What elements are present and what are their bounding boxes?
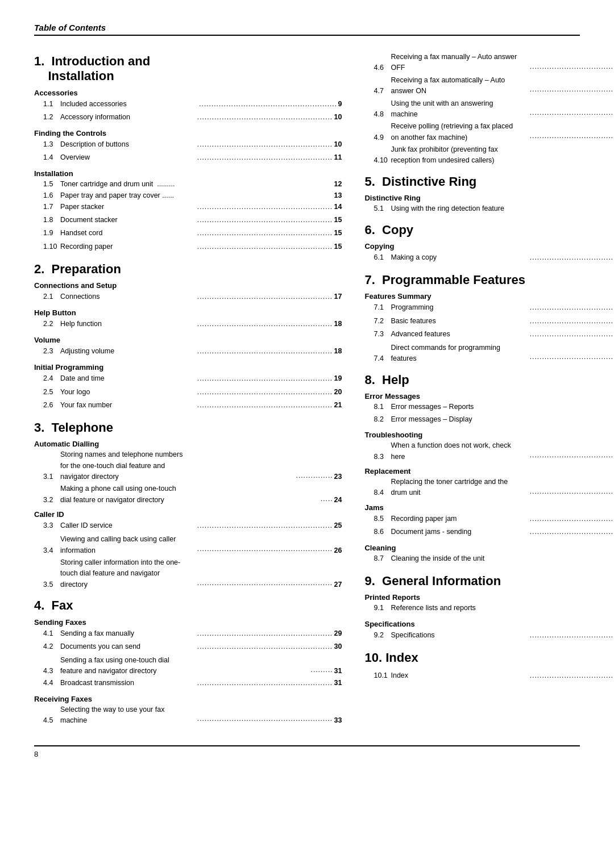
entry-8-3: 8.3 When a function does not work, check… <box>364 440 614 462</box>
page-header: Table of Contents <box>34 23 580 36</box>
page-number: 8 <box>34 750 38 758</box>
section-2-title: 2. Preparation <box>34 262 342 277</box>
subsection-finding-controls: Finding the Controls <box>34 129 342 137</box>
subsection-printed-reports: Printed Reports <box>364 593 614 602</box>
subsection-distinctive-ring: Distinctive Ring <box>364 194 614 202</box>
subsection-initial-programming: Initial Programming <box>34 363 342 372</box>
entry-8-7: 8.7 Cleaning the inside of the unit ....… <box>364 553 614 566</box>
subsection-auto-dialling: Automatic Dialling <box>34 440 342 448</box>
entry-2-1: 2.1 Connections 17 <box>34 291 342 304</box>
entry-1-7: 1.7 Paper stacker 14 <box>34 201 342 214</box>
entry-4-5: 4.5 Selecting the way to use your faxmac… <box>34 704 342 727</box>
entry-1-1: 1.1 Included accessories 9 <box>34 98 342 111</box>
entry-3-3: 3.3 Caller ID service 25 <box>34 520 342 533</box>
subsection-jams: Jams <box>364 503 614 512</box>
section-9-title: 9. General Information <box>364 574 614 589</box>
entry-3-5: 3.5 Storing caller information into the … <box>34 557 342 590</box>
section-7: 7. Programmable Features Features Summar… <box>364 273 614 365</box>
subsection-copying: Copying <box>364 242 614 251</box>
section-4-title: 4. Fax <box>34 598 342 613</box>
entry-1-6: 1.6 Paper tray and paper tray cover ....… <box>34 190 342 201</box>
entry-4-10: 4.10 Junk fax prohibitor (preventing fax… <box>364 144 614 166</box>
subsection-accessories: Accessories <box>34 89 342 97</box>
subsection-error-messages: Error Messages <box>364 392 614 400</box>
entry-1-8: 1.8 Document stacker 15 <box>34 214 342 227</box>
entry-5-1: 5.1 Using with the ring detection featur… <box>364 203 614 214</box>
entry-6-1: 6.1 Making a copy 39 <box>364 252 614 265</box>
entry-8-6: 8.6 Document jams - sending 59 <box>364 526 614 539</box>
subsection-receiving-faxes: Receiving Faxes <box>34 695 342 703</box>
subsection-features-summary: Features Summary <box>364 292 614 301</box>
section-4-cont: 4.6 Receiving a fax manually – Auto answ… <box>364 52 614 166</box>
entry-1-4: 1.4 Overview 11 <box>34 152 342 165</box>
entry-8-5: 8.5 Recording paper jam 56 <box>364 513 614 526</box>
entry-1-2: 1.2 Accessory information 10 <box>34 111 342 124</box>
entry-1-9: 1.9 Handset cord 15 <box>34 227 342 240</box>
entry-7-1: 7.1 Programming 41 <box>364 302 614 315</box>
section-5-title: 5. Distinctive Ring <box>364 174 614 189</box>
page-header-title: Table of Contents <box>34 23 106 32</box>
entry-4-1: 4.1 Sending a fax manually 29 <box>34 628 342 641</box>
section-6-title: 6. Copy <box>364 223 614 237</box>
entry-9-1: 9.1 Reference lists and reports ........… <box>364 603 614 615</box>
section-8-title: 8. Help <box>364 373 614 387</box>
section-5: 5. Distinctive Ring Distinctive Ring 5.1… <box>364 174 614 215</box>
entry-4-9: 4.9 Receive polling (retrieving a fax pl… <box>364 121 614 143</box>
subsection-help-button: Help Button <box>34 308 342 317</box>
entry-4-7: 4.7 Receiving a fax automatically – Auto… <box>364 75 614 97</box>
entry-4-2: 4.2 Documents you can send 30 <box>34 641 342 654</box>
entry-4-3: 4.3 Sending a fax using one-touch dialfe… <box>34 655 342 677</box>
entry-1-10: 1.10 Recording paper 15 <box>34 241 342 254</box>
entry-2-4: 2.4 Date and time 19 <box>34 373 342 386</box>
entry-8-2: 8.2 Error messages – Display ...........… <box>364 414 614 427</box>
subsection-sending-faxes: Sending Faxes <box>34 618 342 627</box>
section-7-title: 7. Programmable Features <box>364 273 614 287</box>
subsection-troubleshooting: Troubleshooting <box>364 431 614 439</box>
entry-1-3: 1.3 Description of buttons 10 <box>34 139 342 152</box>
entry-2-5: 2.5 Your logo 20 <box>34 386 342 399</box>
entry-1-5: 1.5 Toner cartridge and drum unit ......… <box>34 179 342 190</box>
section-1: 1. Introduction and Installation Accesso… <box>34 54 342 254</box>
page-footer: 8 <box>34 745 580 758</box>
subsection-cleaning: Cleaning <box>364 544 614 552</box>
left-column: 1. Introduction and Installation Accesso… <box>34 46 342 728</box>
entry-8-4: 8.4 Replacing the toner cartridge and th… <box>364 477 614 499</box>
section-9: 9. General Information Printed Reports 9… <box>364 574 614 642</box>
entry-2-6: 2.6 Your fax number 21 <box>34 399 342 412</box>
entry-8-1: 8.1 Error messages – Reports ...........… <box>364 402 614 414</box>
subsection-caller-id: Caller ID <box>34 510 342 519</box>
entry-7-3: 7.3 Advanced features 43 <box>364 328 614 341</box>
right-column: 4.6 Receiving a fax manually – Auto answ… <box>364 46 614 728</box>
entry-4-6: 4.6 Receiving a fax manually – Auto answ… <box>364 52 614 74</box>
section-8: 8. Help Error Messages 8.1 Error message… <box>364 373 614 566</box>
entry-4-4: 4.4 Broadcast transmission 31 <box>34 677 342 690</box>
entry-9-2: 9.2 Specifications 63 <box>364 629 614 642</box>
entry-3-2: 3.2 Making a phone call using one-touchd… <box>34 483 342 506</box>
section-6: 6. Copy Copying 6.1 Making a copy 39 <box>364 223 614 265</box>
subsection-volume: Volume <box>34 336 342 344</box>
subsection-connections-setup: Connections and Setup <box>34 281 342 290</box>
entry-4-8: 4.8 Using the unit with an answeringmach… <box>364 98 614 120</box>
entry-2-2: 2.2 Help function 18 <box>34 318 342 331</box>
entry-3-1: 3.1 Storing names and telephone numbersf… <box>34 449 342 482</box>
section-10: 10. Index 10.1 Index 66 <box>364 650 614 683</box>
entry-3-4: 3.4 Viewing and calling back using calle… <box>34 534 342 556</box>
entry-7-2: 7.2 Basic features 42 <box>364 315 614 328</box>
section-2: 2. Preparation Connections and Setup 2.1… <box>34 262 342 412</box>
section-3-title: 3. Telephone <box>34 420 342 435</box>
section-10-title: 10. Index <box>364 650 614 665</box>
subsection-specifications: Specifications <box>364 620 614 628</box>
section-3: 3. Telephone Automatic Dialling 3.1 Stor… <box>34 420 342 590</box>
entry-10-1: 10.1 Index 66 <box>364 670 614 683</box>
section-4: 4. Fax Sending Faxes 4.1 Sending a fax m… <box>34 598 342 726</box>
entry-2-3: 2.3 Adjusting volume 18 <box>34 345 342 358</box>
subsection-installation: Installation <box>34 169 342 178</box>
subsection-replacement: Replacement <box>364 467 614 475</box>
entry-7-4: 7.4 Direct commands for programmingfeatu… <box>364 343 614 365</box>
section-1-title: 1. Introduction and Installation <box>34 54 342 84</box>
